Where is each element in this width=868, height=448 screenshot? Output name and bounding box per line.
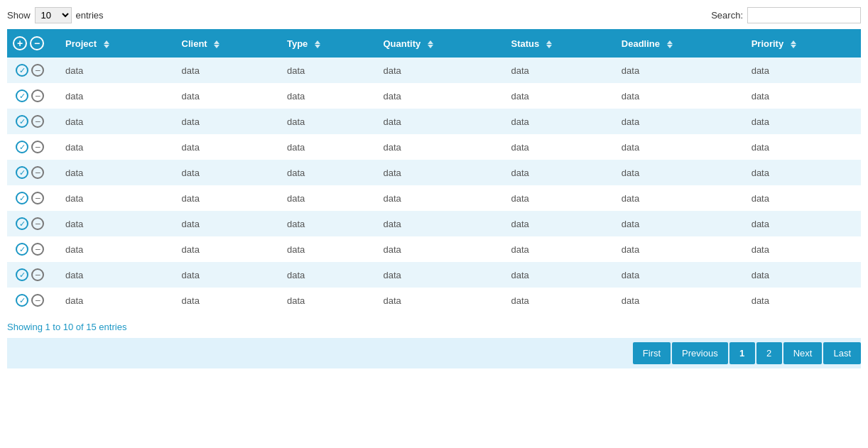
row-actions: ✓− <box>7 288 57 313</box>
col-header-deadline[interactable]: Deadline <box>613 29 743 58</box>
row-check-button[interactable]: ✓ <box>16 64 28 77</box>
row-check-button[interactable]: ✓ <box>16 217 28 230</box>
table-cell: data <box>503 109 613 134</box>
row-actions: ✓− <box>7 185 57 211</box>
table-cell: data <box>743 58 861 83</box>
table-cell: data <box>503 83 613 109</box>
table-cell: data <box>743 211 861 236</box>
table-cell: data <box>57 134 173 160</box>
table-cell: data <box>374 160 502 185</box>
table-cell: data <box>374 211 502 236</box>
table-cell: data <box>503 236 613 262</box>
col-header-quantity[interactable]: Quantity <box>374 29 502 58</box>
col-header-type[interactable]: Type <box>278 29 375 58</box>
row-check-button[interactable]: ✓ <box>16 294 28 307</box>
table-cell: data <box>503 211 613 236</box>
row-check-button[interactable]: ✓ <box>16 268 28 281</box>
table-cell: data <box>374 83 502 109</box>
row-delete-button[interactable]: − <box>31 243 44 256</box>
col-header-priority[interactable]: Priority <box>743 29 861 58</box>
table-cell: data <box>278 236 375 262</box>
row-delete-button[interactable]: − <box>31 64 44 77</box>
col-header-project[interactable]: Project <box>57 29 173 58</box>
table-row: ✓−datadatadatadatadatadatadata <box>7 236 861 262</box>
table-cell: data <box>278 262 375 288</box>
row-check-button[interactable]: ✓ <box>16 141 28 153</box>
next-button[interactable]: Next <box>783 342 823 364</box>
table-cell: data <box>57 288 173 313</box>
row-check-button[interactable]: ✓ <box>16 243 28 256</box>
row-actions: ✓− <box>7 134 57 160</box>
table-cell: data <box>173 262 278 288</box>
table-cell: data <box>743 236 861 262</box>
row-check-button[interactable]: ✓ <box>16 166 28 179</box>
row-actions: ✓− <box>7 83 57 109</box>
row-check-button[interactable]: ✓ <box>16 89 28 102</box>
row-check-button[interactable]: ✓ <box>16 115 28 128</box>
table-cell: data <box>374 236 502 262</box>
table-cell: data <box>173 83 278 109</box>
table-cell: data <box>743 134 861 160</box>
row-delete-button[interactable]: − <box>31 268 44 281</box>
table-cell: data <box>278 58 375 83</box>
table-cell: data <box>503 288 613 313</box>
table-row: ✓−datadatadatadatadatadatadata <box>7 83 861 109</box>
showing-info: Showing 1 to 10 of 15 entries <box>7 322 861 332</box>
table-cell: data <box>613 83 743 109</box>
row-actions: ✓− <box>7 262 57 288</box>
page-2-button[interactable]: 2 <box>756 342 782 364</box>
table-cell: data <box>278 185 375 211</box>
show-entries: Show 10 25 50 100 entries <box>7 7 104 23</box>
sort-icon-type <box>315 40 320 48</box>
search-input[interactable] <box>747 7 861 23</box>
add-row-button[interactable]: + <box>13 36 27 50</box>
col-header-status[interactable]: Status <box>503 29 613 58</box>
table-cell: data <box>374 185 502 211</box>
last-button[interactable]: Last <box>823 342 861 364</box>
sort-icon-status <box>546 40 552 48</box>
search-box: Search: <box>711 7 861 23</box>
table-row: ✓−datadatadatadatadatadatadata <box>7 109 861 134</box>
row-delete-button[interactable]: − <box>31 89 44 102</box>
table-cell: data <box>278 288 375 313</box>
table-row: ✓−datadatadatadatadatadatadata <box>7 185 861 211</box>
table-cell: data <box>613 288 743 313</box>
table-cell: data <box>57 236 173 262</box>
pagination-bar: First Previous 1 2 Next Last <box>7 338 861 368</box>
table-cell: data <box>173 236 278 262</box>
table-cell: data <box>57 58 173 83</box>
show-label-post: entries <box>76 10 104 21</box>
row-check-button[interactable]: ✓ <box>16 192 28 204</box>
table-cell: data <box>278 160 375 185</box>
table-cell: data <box>173 288 278 313</box>
row-actions: ✓− <box>7 109 57 134</box>
row-delete-button[interactable]: − <box>31 217 44 230</box>
table-cell: data <box>173 58 278 83</box>
table-cell: data <box>278 109 375 134</box>
table-cell: data <box>374 134 502 160</box>
showing-text: Showing 1 to 10 of 15 entries <box>7 322 126 332</box>
table-cell: data <box>374 58 502 83</box>
first-button[interactable]: First <box>633 342 671 364</box>
table-row: ✓−datadatadatadatadatadatadata <box>7 288 861 313</box>
page-1-button[interactable]: 1 <box>729 342 755 364</box>
sort-icon-quantity <box>428 40 433 48</box>
table-cell: data <box>57 83 173 109</box>
entries-select[interactable]: 10 25 50 100 <box>35 7 72 23</box>
col-header-client[interactable]: Client <box>173 29 278 58</box>
search-label: Search: <box>711 10 743 21</box>
table-cell: data <box>743 288 861 313</box>
sort-icon-priority <box>791 40 796 48</box>
table-row: ✓−datadatadatadatadatadatadata <box>7 58 861 83</box>
row-delete-button[interactable]: − <box>31 115 44 128</box>
table-cell: data <box>613 236 743 262</box>
row-delete-button[interactable]: − <box>31 166 44 179</box>
previous-button[interactable]: Previous <box>672 342 728 364</box>
table-cell: data <box>503 185 613 211</box>
row-delete-button[interactable]: − <box>31 141 44 153</box>
table-cell: data <box>57 262 173 288</box>
row-delete-button[interactable]: − <box>31 294 44 307</box>
remove-row-button[interactable]: − <box>30 36 44 50</box>
row-delete-button[interactable]: − <box>31 192 44 204</box>
table-cell: data <box>173 134 278 160</box>
